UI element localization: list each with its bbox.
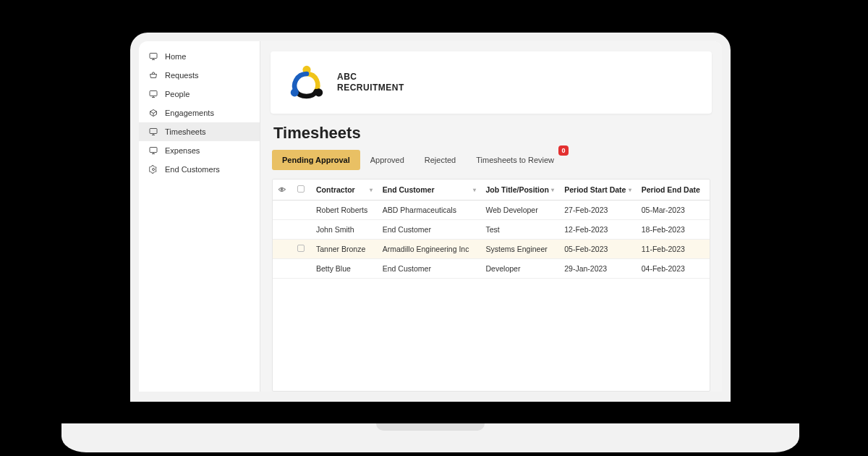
tab-rejected[interactable]: Rejected bbox=[414, 150, 466, 170]
tab-approved[interactable]: Approved bbox=[360, 150, 414, 170]
cell-period-start: 12-Feb-2023 bbox=[558, 220, 636, 240]
sidebar: Home Requests People Engagements Timeshe… bbox=[139, 41, 260, 392]
sidebar-item-label: Home bbox=[165, 52, 186, 61]
sidebar-item-requests[interactable]: Requests bbox=[139, 66, 260, 85]
brand-line2: RECRUITMENT bbox=[337, 83, 404, 93]
cell-period-end: 11-Feb-2023 bbox=[636, 240, 710, 259]
cell-contractor: John Smith bbox=[310, 220, 377, 240]
table-row[interactable]: Tanner BronzeArmadillo Engineering IncSy… bbox=[273, 240, 710, 259]
tab-pending-approval[interactable]: Pending Approval bbox=[272, 150, 360, 170]
table-row[interactable]: Betty BlueEnd CustomerDeveloper29-Jan-20… bbox=[273, 259, 710, 279]
main-area: ABC RECRUITMENT Timesheets Pending Appro… bbox=[260, 41, 722, 392]
cell-job-title: Test bbox=[480, 220, 559, 240]
column-period-start[interactable]: Period Start Date bbox=[558, 180, 636, 200]
sidebar-item-people[interactable]: People bbox=[139, 85, 260, 104]
cell-end-customer: End Customer bbox=[377, 220, 480, 240]
cell-period-end: 04-Feb-2023 bbox=[636, 259, 710, 279]
laptop-frame: Home Requests People Engagements Timeshe… bbox=[130, 33, 731, 452]
laptop-notch bbox=[376, 423, 485, 431]
row-blank bbox=[273, 220, 292, 240]
row-blank bbox=[273, 200, 292, 220]
notification-badge: 0 bbox=[558, 145, 569, 156]
monitor-icon bbox=[149, 146, 158, 155]
cell-contractor: Betty Blue bbox=[310, 259, 377, 279]
svg-rect-3 bbox=[150, 91, 157, 96]
monitor-icon bbox=[149, 127, 158, 136]
sidebar-item-home[interactable]: Home bbox=[139, 47, 260, 66]
cell-contractor: Robert Roberts bbox=[310, 200, 377, 220]
sidebar-item-timesheets[interactable]: Timesheets bbox=[139, 122, 260, 141]
row-checkbox-cell[interactable] bbox=[292, 220, 310, 240]
tabs: Pending Approval Approved Rejected Times… bbox=[272, 150, 710, 170]
cell-job-title: Web Developer bbox=[480, 200, 559, 220]
gear-icon bbox=[149, 165, 158, 174]
row-blank bbox=[273, 259, 292, 279]
monitor-icon bbox=[149, 52, 158, 61]
table-row[interactable]: Robert RobertsABD PharmaceuticalsWeb Dev… bbox=[273, 200, 710, 220]
tab-label: Timesheets to Review bbox=[476, 156, 554, 164]
column-job-title[interactable]: Job Title/Position bbox=[480, 180, 559, 200]
row-checkbox-cell[interactable] bbox=[292, 240, 310, 259]
sidebar-item-label: End Customers bbox=[165, 165, 220, 174]
box-icon bbox=[149, 109, 158, 117]
sidebar-item-end-customers[interactable]: End Customers bbox=[139, 160, 260, 179]
column-period-end[interactable]: Period End Date bbox=[636, 180, 710, 200]
sidebar-item-expenses[interactable]: Expenses bbox=[139, 141, 260, 160]
column-visibility[interactable]: 👁 bbox=[273, 180, 292, 200]
laptop-base bbox=[61, 423, 799, 452]
timesheets-table-container: 👁 Contractor End Customer Job Title/Posi… bbox=[272, 179, 710, 392]
brand-line1: ABC bbox=[337, 72, 404, 83]
column-contractor[interactable]: Contractor bbox=[310, 180, 377, 200]
checkbox-icon bbox=[297, 185, 305, 193]
tab-timesheets-to-review[interactable]: Timesheets to Review 0 bbox=[466, 150, 564, 170]
brand-logo bbox=[286, 64, 327, 101]
app-root: Home Requests People Engagements Timeshe… bbox=[139, 41, 722, 392]
basket-icon bbox=[149, 71, 158, 80]
sidebar-item-label: Requests bbox=[165, 71, 198, 80]
column-end-customer[interactable]: End Customer bbox=[377, 180, 480, 200]
cell-end-customer: Armadillo Engineering Inc bbox=[377, 240, 480, 259]
sidebar-item-engagements[interactable]: Engagements bbox=[139, 104, 260, 122]
svg-rect-7 bbox=[150, 129, 157, 134]
cell-contractor: Tanner Bronze bbox=[310, 240, 377, 259]
row-checkbox-cell[interactable] bbox=[292, 259, 310, 279]
cell-period-start: 27-Feb-2023 bbox=[558, 200, 636, 220]
cell-period-start: 29-Jan-2023 bbox=[558, 259, 636, 279]
svg-rect-10 bbox=[150, 148, 157, 153]
cell-end-customer: ABD Pharmaceuticals bbox=[377, 200, 480, 220]
brand-name: ABC RECRUITMENT bbox=[337, 72, 404, 93]
page-content: Timesheets Pending Approval Approved Rej… bbox=[260, 121, 722, 392]
cell-period-end: 18-Feb-2023 bbox=[636, 220, 710, 240]
checkbox-icon bbox=[297, 245, 305, 252]
brand-header: ABC RECRUITMENT bbox=[271, 51, 712, 114]
page-title: Timesheets bbox=[273, 124, 710, 143]
monitor-icon bbox=[149, 90, 158, 98]
cell-period-start: 05-Feb-2023 bbox=[558, 240, 636, 259]
cell-end-customer: End Customer bbox=[377, 259, 480, 279]
cell-period-end: 05-Mar-2023 bbox=[636, 200, 710, 220]
sidebar-item-label: People bbox=[165, 90, 190, 98]
screen: Home Requests People Engagements Timeshe… bbox=[130, 33, 731, 402]
svg-rect-0 bbox=[150, 54, 157, 59]
timesheets-table: 👁 Contractor End Customer Job Title/Posi… bbox=[273, 180, 710, 279]
cell-job-title: Developer bbox=[480, 259, 559, 279]
sidebar-item-label: Timesheets bbox=[165, 127, 205, 136]
row-checkbox-cell[interactable] bbox=[292, 200, 310, 220]
sidebar-item-label: Expenses bbox=[165, 146, 200, 155]
eye-icon: 👁 bbox=[278, 186, 286, 194]
cell-job-title: Systems Engineer bbox=[480, 240, 559, 259]
column-select-all[interactable] bbox=[292, 180, 310, 200]
svg-point-13 bbox=[153, 169, 155, 171]
table-row[interactable]: John SmithEnd CustomerTest12-Feb-202318-… bbox=[273, 220, 710, 240]
sidebar-item-label: Engagements bbox=[165, 109, 214, 117]
row-blank bbox=[273, 240, 292, 259]
